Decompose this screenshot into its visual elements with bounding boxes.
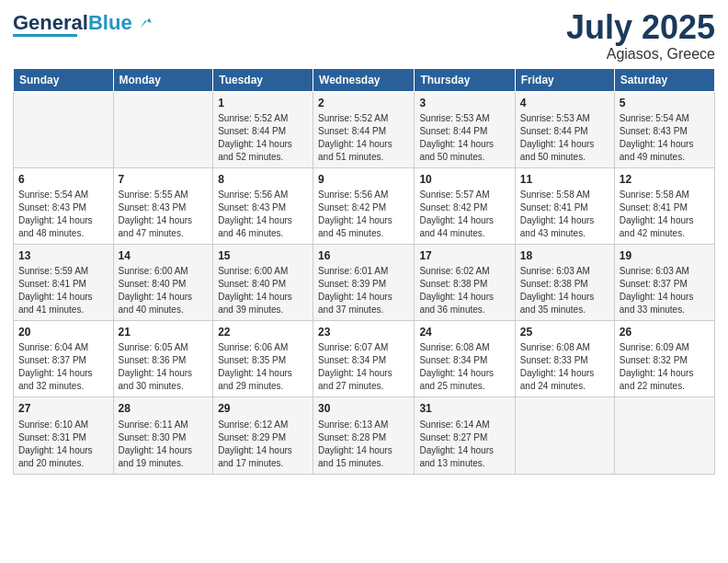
calendar-cell: 19Sunrise: 6:03 AMSunset: 8:37 PMDayligh… [614,244,714,320]
sunset-text: Sunset: 8:34 PM [318,354,409,367]
sunset-text: Sunset: 8:41 PM [520,201,609,214]
calendar-cell: 30Sunrise: 6:13 AMSunset: 8:28 PMDayligh… [313,397,415,474]
calendar-week-row: 1Sunrise: 5:52 AMSunset: 8:44 PMDaylight… [14,91,715,167]
day-number: 25 [520,325,609,339]
sunset-text: Sunset: 8:43 PM [218,201,308,214]
day-number: 6 [18,172,108,187]
header: GeneralBlue July 2025 Agiasos, Greece [13,9,715,63]
sunrise-text: Sunrise: 5:55 AM [119,189,209,201]
day-number: 31 [419,401,509,416]
weekday-header: Tuesday [213,68,313,91]
logo-text: GeneralBlue [13,13,132,33]
sunrise-text: Sunrise: 6:05 AM [119,341,209,354]
sunrise-text: Sunrise: 5:57 AM [419,189,509,201]
sunrise-text: Sunrise: 6:04 AM [18,341,108,354]
sunset-text: Sunset: 8:41 PM [18,278,108,291]
sunrise-text: Sunrise: 6:07 AM [318,341,409,354]
calendar-cell: 15Sunrise: 6:00 AMSunset: 8:40 PMDayligh… [213,244,313,320]
day-number: 21 [119,325,209,339]
day-detail: Sunrise: 6:09 AMSunset: 8:32 PMDaylight:… [620,341,710,393]
calendar-cell: 11Sunrise: 5:58 AMSunset: 8:41 PMDayligh… [515,167,614,244]
day-detail: Sunrise: 6:14 AMSunset: 8:27 PMDaylight:… [419,419,509,470]
day-detail: Sunrise: 6:08 AMSunset: 8:33 PMDaylight:… [520,341,609,393]
sunrise-text: Sunrise: 5:56 AM [318,189,409,201]
daylight-text: Daylight: 14 hours and 24 minutes. [520,367,609,393]
calendar-cell: 21Sunrise: 6:05 AMSunset: 8:36 PMDayligh… [113,321,213,397]
calendar-cell: 6Sunrise: 5:54 AMSunset: 8:43 PMDaylight… [14,167,114,244]
day-detail: Sunrise: 6:12 AMSunset: 8:29 PMDaylight:… [218,419,308,470]
day-number: 7 [119,172,209,187]
sunset-text: Sunset: 8:41 PM [620,201,710,214]
daylight-text: Daylight: 14 hours and 41 minutes. [18,291,108,316]
calendar-week-row: 13Sunrise: 5:59 AMSunset: 8:41 PMDayligh… [14,244,715,320]
day-detail: Sunrise: 6:05 AMSunset: 8:36 PMDaylight:… [119,341,209,393]
sunrise-text: Sunrise: 6:02 AM [419,265,509,278]
day-detail: Sunrise: 6:13 AMSunset: 8:28 PMDaylight:… [318,419,409,470]
sunrise-text: Sunrise: 6:00 AM [218,265,308,278]
sunrise-text: Sunrise: 6:12 AM [218,419,308,431]
calendar-cell: 8Sunrise: 5:56 AMSunset: 8:43 PMDaylight… [213,167,313,244]
calendar-cell: 9Sunrise: 5:56 AMSunset: 8:42 PMDaylight… [313,167,415,244]
calendar-cell: 5Sunrise: 5:54 AMSunset: 8:43 PMDaylight… [614,91,714,167]
sunrise-text: Sunrise: 5:52 AM [218,112,308,125]
sunset-text: Sunset: 8:44 PM [318,125,409,138]
calendar-week-row: 6Sunrise: 5:54 AMSunset: 8:43 PMDaylight… [14,167,715,244]
daylight-text: Daylight: 14 hours and 25 minutes. [419,367,509,393]
day-detail: Sunrise: 5:58 AMSunset: 8:41 PMDaylight:… [620,189,710,240]
day-detail: Sunrise: 6:11 AMSunset: 8:30 PMDaylight:… [119,419,209,470]
sunrise-text: Sunrise: 6:03 AM [520,265,609,278]
day-number: 28 [119,401,209,416]
calendar-week-row: 20Sunrise: 6:04 AMSunset: 8:37 PMDayligh… [14,321,715,397]
calendar-cell: 29Sunrise: 6:12 AMSunset: 8:29 PMDayligh… [213,397,313,474]
calendar-cell: 28Sunrise: 6:11 AMSunset: 8:30 PMDayligh… [113,397,213,474]
day-number: 24 [419,325,509,339]
daylight-text: Daylight: 14 hours and 29 minutes. [218,367,308,393]
calendar-cell: 27Sunrise: 6:10 AMSunset: 8:31 PMDayligh… [14,397,114,474]
sunrise-text: Sunrise: 6:11 AM [119,419,209,431]
logo-icon [134,14,153,32]
day-detail: Sunrise: 6:10 AMSunset: 8:31 PMDaylight:… [18,419,108,470]
daylight-text: Daylight: 14 hours and 36 minutes. [419,291,509,316]
day-detail: Sunrise: 6:00 AMSunset: 8:40 PMDaylight:… [119,265,209,316]
sunset-text: Sunset: 8:33 PM [520,354,609,367]
sunset-text: Sunset: 8:37 PM [620,278,710,291]
sunset-text: Sunset: 8:30 PM [119,431,209,444]
daylight-text: Daylight: 14 hours and 35 minutes. [520,291,609,316]
calendar-cell: 20Sunrise: 6:04 AMSunset: 8:37 PMDayligh… [14,321,114,397]
sunrise-text: Sunrise: 5:54 AM [620,112,710,125]
calendar-cell [113,91,213,167]
daylight-text: Daylight: 14 hours and 52 minutes. [218,138,308,164]
calendar-cell: 23Sunrise: 6:07 AMSunset: 8:34 PMDayligh… [313,321,415,397]
calendar-cell: 24Sunrise: 6:08 AMSunset: 8:34 PMDayligh… [415,321,515,397]
daylight-text: Daylight: 14 hours and 30 minutes. [119,367,209,393]
day-detail: Sunrise: 5:52 AMSunset: 8:44 PMDaylight:… [218,112,308,164]
sunrise-text: Sunrise: 5:58 AM [520,189,609,201]
sunrise-text: Sunrise: 6:01 AM [318,265,409,278]
day-number: 16 [318,248,409,263]
sunset-text: Sunset: 8:40 PM [119,278,209,291]
sunset-text: Sunset: 8:39 PM [318,278,409,291]
day-detail: Sunrise: 5:57 AMSunset: 8:42 PMDaylight:… [419,189,509,240]
day-number: 23 [318,325,409,339]
page: GeneralBlue July 2025 Agiasos, Greece Su… [0,0,728,563]
calendar-week-row: 27Sunrise: 6:10 AMSunset: 8:31 PMDayligh… [14,397,715,474]
sunset-text: Sunset: 8:43 PM [18,201,108,214]
sunset-text: Sunset: 8:38 PM [520,278,609,291]
sunset-text: Sunset: 8:35 PM [218,354,308,367]
day-number: 17 [419,248,509,263]
sunrise-text: Sunrise: 6:13 AM [318,419,409,431]
sunset-text: Sunset: 8:34 PM [419,354,509,367]
sunrise-text: Sunrise: 6:10 AM [18,419,108,431]
sunset-text: Sunset: 8:42 PM [419,201,509,214]
sunrise-text: Sunrise: 6:08 AM [419,341,509,354]
daylight-text: Daylight: 14 hours and 46 minutes. [218,214,308,240]
day-detail: Sunrise: 5:54 AMSunset: 8:43 PMDaylight:… [620,112,710,164]
sunrise-text: Sunrise: 5:59 AM [18,265,108,278]
calendar-cell: 1Sunrise: 5:52 AMSunset: 8:44 PMDaylight… [213,91,313,167]
day-number: 13 [18,248,108,263]
sunrise-text: Sunrise: 6:03 AM [620,265,710,278]
day-number: 29 [218,401,308,416]
day-detail: Sunrise: 5:53 AMSunset: 8:44 PMDaylight:… [419,112,509,164]
daylight-text: Daylight: 14 hours and 19 minutes. [119,444,209,470]
calendar-cell: 22Sunrise: 6:06 AMSunset: 8:35 PMDayligh… [213,321,313,397]
